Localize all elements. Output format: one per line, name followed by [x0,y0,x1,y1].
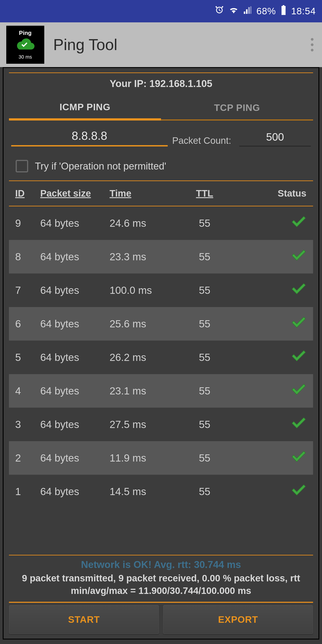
cell-size: 64 bytes [40,351,110,363]
tab-icmp-ping[interactable]: ICMP PING [9,96,161,120]
header-size[interactable]: Packet size [40,188,110,199]
android-status-bar: 68% 18:54 [0,0,322,22]
cell-id: 1 [14,486,40,498]
summary-ok-line: Network is OK! Avg. rtt: 30.744 ms [11,559,311,570]
app-icon-top-label: Ping [19,30,32,36]
app-icon-bottom-label: 30 ms [18,54,32,60]
cell-size: 64 bytes [40,251,110,263]
cell-time: 27.5 ms [110,418,179,430]
overflow-menu-icon[interactable] [311,38,316,52]
cell-ttl: 55 [179,217,230,229]
status-ok-icon [291,350,306,365]
wifi-icon [229,5,238,17]
svg-rect-0 [282,9,285,15]
cell-status [230,316,308,332]
ping-type-tabs: ICMP PING TCP PING [9,96,313,120]
cell-id: 2 [14,452,40,464]
try-not-permitted-label: Try if 'Operation not permitted' [35,160,166,172]
cell-ttl: 55 [179,418,230,430]
cell-size: 64 bytes [40,418,110,430]
status-ok-icon [291,216,306,231]
table-row: 264 bytes11.9 ms55 [9,441,313,475]
main-panel: Your IP: 192.168.1.105 ICMP PING TCP PIN… [3,67,319,640]
cloud-check-icon [15,38,35,53]
cell-time: 23.1 ms [110,385,179,397]
cell-status [230,283,308,298]
table-row: 764 bytes100.0 ms55 [9,274,313,307]
cell-id: 9 [14,217,40,229]
cell-status [230,384,308,398]
cell-status [230,484,308,499]
export-button[interactable]: EXPORT [163,605,313,634]
table-row: 664 bytes25.6 ms55 [9,307,313,340]
cell-status [230,350,308,365]
header-ttl[interactable]: TTL [179,188,230,199]
battery-icon [280,5,287,17]
results-table-body[interactable]: 964 bytes24.6 ms55864 bytes23.3 ms55764 … [9,206,313,556]
cell-ttl: 55 [179,486,230,498]
table-row: 964 bytes24.6 ms55 [9,206,313,240]
cell-status [230,216,308,231]
tab-tcp-ping[interactable]: TCP PING [161,96,313,120]
cell-ttl: 55 [179,284,230,296]
cell-time: 14.5 ms [110,486,179,498]
cell-id: 7 [14,284,40,296]
cell-time: 11.9 ms [110,452,179,464]
signal-icon [243,6,252,17]
table-row: 164 bytes14.5 ms55 [9,475,313,508]
cell-time: 25.6 ms [110,318,179,330]
cell-size: 64 bytes [40,385,110,397]
target-ip-input[interactable] [11,127,168,146]
cell-time: 24.6 ms [110,217,179,229]
cell-ttl: 55 [179,385,230,397]
cell-time: 100.0 ms [110,284,179,296]
table-row: 464 bytes23.1 ms55 [9,374,313,408]
status-ok-icon [291,417,306,432]
packet-count-label: Packet Count: [172,135,235,147]
cell-size: 64 bytes [40,318,110,330]
cell-ttl: 55 [179,318,230,330]
cell-time: 26.2 ms [110,351,179,363]
app-title: Ping Tool [53,36,302,54]
cell-time: 23.3 ms [110,251,179,263]
your-ip-label: Your IP: 192.168.1.105 [9,73,313,96]
status-ok-icon [291,450,306,466]
status-ok-icon [291,384,306,398]
table-row: 864 bytes23.3 ms55 [9,240,313,274]
cell-ttl: 55 [179,251,230,263]
results-table-header: ID Packet size Time TTL Status [9,181,313,206]
cell-id: 8 [14,251,40,263]
cell-status [230,417,308,432]
clock-text: 18:54 [291,6,316,16]
cell-size: 64 bytes [40,217,110,229]
header-time[interactable]: Time [110,188,179,199]
status-ok-icon [291,484,306,499]
app-icon: Ping 30 ms [6,26,44,64]
cell-id: 5 [14,351,40,363]
packet-count-input[interactable] [239,128,311,146]
status-ok-icon [291,249,306,264]
summary-stats-line: 9 packet transmitted, 9 packet received,… [11,572,311,597]
try-not-permitted-checkbox[interactable] [16,160,28,172]
start-button[interactable]: START [9,605,159,634]
cell-ttl: 55 [179,452,230,464]
app-bar: Ping 30 ms Ping Tool [0,22,322,67]
cell-ttl: 55 [179,351,230,363]
cell-id: 6 [14,318,40,330]
header-status: Status [230,188,308,199]
alarm-icon [214,5,224,17]
status-ok-icon [291,316,306,332]
battery-pct: 68% [256,6,276,16]
cell-status [230,450,308,466]
table-row: 364 bytes27.5 ms55 [9,408,313,441]
cell-size: 64 bytes [40,486,110,498]
cell-id: 3 [14,418,40,430]
cell-size: 64 bytes [40,284,110,296]
cell-id: 4 [14,385,40,397]
cell-size: 64 bytes [40,452,110,464]
header-id[interactable]: ID [14,188,40,199]
summary-block: Network is OK! Avg. rtt: 30.744 ms 9 pac… [9,556,313,602]
table-row: 564 bytes26.2 ms55 [9,340,313,374]
cell-status [230,249,308,264]
status-ok-icon [291,283,306,298]
